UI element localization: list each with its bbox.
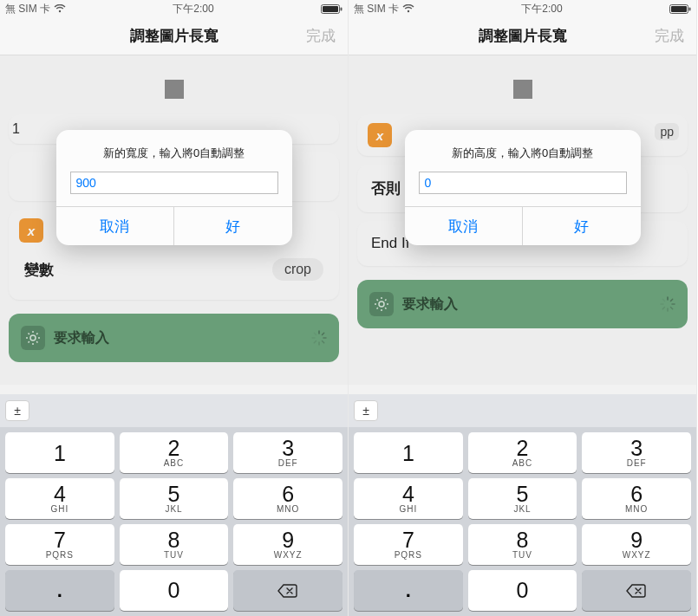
svg-rect-13 xyxy=(671,6,687,12)
key-8[interactable]: 8TUV xyxy=(468,524,577,565)
time-label: 下午2:00 xyxy=(173,2,213,16)
wifi-icon xyxy=(54,4,66,13)
cancel-button[interactable]: 取消 xyxy=(56,207,175,245)
done-button[interactable]: 完成 xyxy=(306,26,336,46)
nav-bar: 調整圖片長寬 完成 xyxy=(0,17,348,55)
done-button[interactable]: 完成 xyxy=(655,26,684,46)
key-1[interactable]: 1 xyxy=(5,432,114,473)
alert-title: 新的高度，輸入將0自動調整 xyxy=(405,130,641,172)
key-6[interactable]: 6MNO xyxy=(582,478,691,519)
key-0[interactable]: 0 xyxy=(120,570,229,611)
key-3[interactable]: 3DEF xyxy=(233,432,342,473)
key-9[interactable]: 9WXYZ xyxy=(233,524,342,565)
key-2[interactable]: 2ABC xyxy=(120,432,229,473)
key-5[interactable]: 5JKL xyxy=(468,478,577,519)
alert-input[interactable] xyxy=(70,172,278,194)
ok-button[interactable]: 好 xyxy=(523,207,641,245)
key-backspace[interactable] xyxy=(582,570,691,611)
key-6[interactable]: 6MNO xyxy=(233,478,342,519)
svg-rect-1 xyxy=(323,6,338,12)
key-8[interactable]: 8TUV xyxy=(120,524,229,565)
plus-minus-button[interactable]: ± xyxy=(5,400,29,421)
page-title: 調整圖片長寬 xyxy=(479,26,567,46)
alert-title: 新的寬度，輸入將0自動調整 xyxy=(56,130,292,172)
svg-rect-2 xyxy=(341,7,342,10)
key-5[interactable]: 5JKL xyxy=(120,478,229,519)
status-bar: 無 SIM 卡 下午2:00 xyxy=(349,0,696,17)
ok-button[interactable]: 好 xyxy=(174,207,292,245)
nav-bar: 調整圖片長寬 完成 xyxy=(349,17,696,55)
alert-dialog: 新的高度，輸入將0自動調整 取消 好 xyxy=(405,130,641,245)
status-bar: 無 SIM 卡 下午2:00 xyxy=(0,0,348,17)
key-3[interactable]: 3DEF xyxy=(582,432,691,473)
alert-dialog: 新的寬度，輸入將0自動調整 取消 好 xyxy=(56,130,292,245)
key-dot[interactable]: . xyxy=(5,570,114,611)
alert-input[interactable] xyxy=(419,172,627,194)
key-7[interactable]: 7PQRS xyxy=(5,524,114,565)
carrier-label: 無 SIM 卡 xyxy=(354,2,399,16)
wifi-icon xyxy=(402,4,414,13)
time-label: 下午2:00 xyxy=(521,2,562,16)
cancel-button[interactable]: 取消 xyxy=(405,207,524,245)
key-backspace[interactable] xyxy=(233,570,342,611)
phone-screen-right: 無 SIM 卡 下午2:00 調整圖片長寬 完成 x pp 否則 E xyxy=(349,0,697,616)
phone-screen-left: 無 SIM 卡 下午2:00 調整圖片長寬 完成 1 x 變數 crop xyxy=(0,0,349,616)
key-9[interactable]: 9WXYZ xyxy=(582,524,691,565)
keyboard: ± 1 2ABC 3DEF 4GHI 5JKL 6MNO 7PQRS 8TUV … xyxy=(0,394,348,616)
key-4[interactable]: 4GHI xyxy=(354,478,463,519)
key-2[interactable]: 2ABC xyxy=(468,432,577,473)
battery-icon xyxy=(669,4,691,14)
key-0[interactable]: 0 xyxy=(468,570,577,611)
key-4[interactable]: 4GHI xyxy=(5,478,114,519)
plus-minus-button[interactable]: ± xyxy=(354,400,378,421)
carrier-label: 無 SIM 卡 xyxy=(5,2,50,16)
key-7[interactable]: 7PQRS xyxy=(354,524,463,565)
key-1[interactable]: 1 xyxy=(354,432,463,473)
svg-rect-14 xyxy=(689,7,691,10)
key-dot[interactable]: . xyxy=(354,570,463,611)
keyboard: ± 1 2ABC 3DEF 4GHI 5JKL 6MNO 7PQRS 8TUV … xyxy=(349,394,696,616)
page-title: 調整圖片長寬 xyxy=(130,26,219,46)
battery-icon xyxy=(321,4,342,14)
